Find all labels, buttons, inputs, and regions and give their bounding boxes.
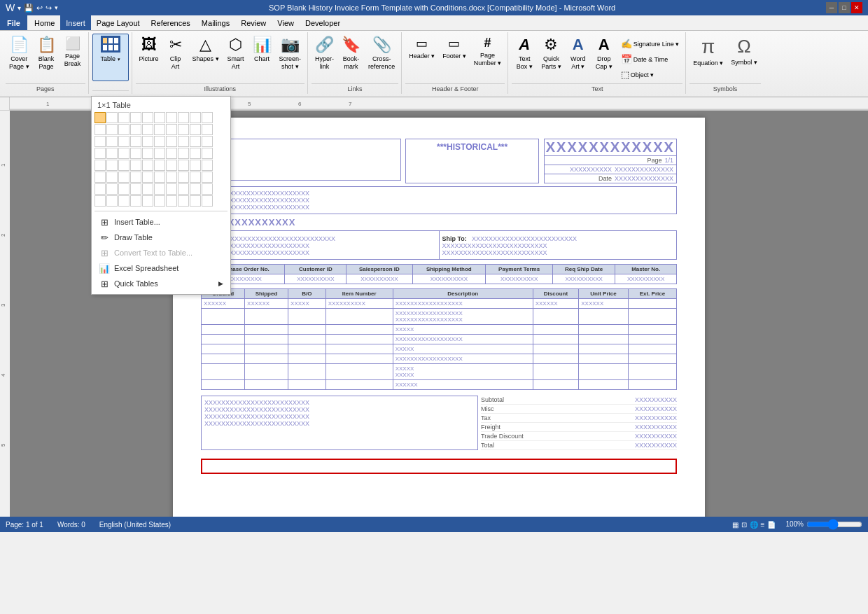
table-cell-3-9[interactable] — [190, 136, 201, 147]
table-cell-4-3[interactable] — [118, 148, 130, 159]
table-cell-7-10[interactable] — [202, 183, 213, 195]
date-time-button[interactable]: 📅 Date & Time — [617, 52, 683, 67]
table-cell-5-9[interactable] — [190, 160, 201, 171]
quick-undo-icon[interactable]: ↩ — [36, 4, 43, 13]
table-cell-3-8[interactable] — [178, 136, 189, 147]
table-cell-4-9[interactable] — [190, 148, 201, 159]
close-button[interactable]: ✕ — [851, 2, 862, 13]
table-cell-1-5[interactable] — [142, 112, 153, 123]
cross-reference-button[interactable]: 📎 Cross-reference — [365, 34, 398, 81]
table-cell-1-8[interactable] — [178, 112, 189, 123]
hyperlink-button[interactable]: 🔗 Hyper-link — [312, 34, 337, 81]
table-cell-5-3[interactable] — [118, 160, 130, 171]
table-cell-2-9[interactable] — [190, 124, 201, 135]
menu-file[interactable]: File — [0, 15, 27, 30]
restore-button[interactable]: □ — [839, 2, 850, 13]
table-cell-6-2[interactable] — [106, 172, 118, 183]
minimize-button[interactable]: ─ — [826, 2, 837, 13]
new-table-row[interactable] — [201, 459, 677, 474]
table-cell-7-1[interactable] — [94, 183, 106, 195]
table-cell-1-2[interactable] — [106, 112, 118, 123]
table-cell-4-7[interactable] — [166, 148, 177, 159]
table-cell-4-1[interactable] — [94, 148, 106, 159]
table-cell-7-7[interactable] — [166, 183, 177, 195]
table-cell-5-4[interactable] — [130, 160, 141, 171]
table-cell-4-8[interactable] — [178, 148, 189, 159]
quick-save-icon[interactable]: 💾 — [24, 4, 34, 13]
table-cell-1-4[interactable] — [130, 112, 141, 123]
table-cell-2-2[interactable] — [106, 124, 118, 135]
table-cell-2-3[interactable] — [118, 124, 130, 135]
table-cell-6-8[interactable] — [178, 172, 189, 183]
table-cell-1-3[interactable] — [118, 112, 130, 123]
shapes-button[interactable]: △ Shapes ▾ — [189, 34, 223, 81]
table-cell-3-7[interactable] — [166, 136, 177, 147]
table-cell-6-7[interactable] — [166, 172, 177, 183]
wordart-button[interactable]: A WordArt ▾ — [566, 34, 591, 81]
menu-page-layout[interactable]: Page Layout — [91, 15, 146, 30]
table-cell-7-8[interactable] — [178, 183, 189, 195]
table-cell-5-2[interactable] — [106, 160, 118, 171]
table-cell-2-6[interactable] — [154, 124, 165, 135]
table-cell-3-4[interactable] — [130, 136, 141, 147]
symbol-button[interactable]: Ω Symbol ▾ — [727, 34, 761, 81]
table-cell-6-3[interactable] — [118, 172, 130, 183]
page-break-button[interactable]: ⬜ PageBreak — [60, 34, 85, 81]
equation-button[interactable]: π Equation ▾ — [690, 34, 727, 81]
table-cell-3-10[interactable] — [202, 136, 213, 147]
table-cell-5-7[interactable] — [166, 160, 177, 171]
header-button[interactable]: ▭ Header ▾ — [405, 34, 438, 81]
view-web[interactable]: 🌐 — [750, 520, 758, 529]
view-full-screen[interactable]: ⊡ — [741, 520, 747, 529]
menu-view[interactable]: View — [272, 15, 300, 30]
table-cell-1-1[interactable] — [94, 112, 106, 123]
table-cell-4-5[interactable] — [142, 148, 153, 159]
page-number-button[interactable]: # PageNumber ▾ — [470, 34, 505, 81]
blank-page-button[interactable]: 📋 BlankPage — [34, 34, 59, 81]
table-cell-8-7[interactable] — [166, 195, 177, 207]
menu-mailings[interactable]: Mailings — [196, 15, 235, 30]
screenshot-button[interactable]: 📷 Screen-shot ▾ — [276, 34, 305, 81]
table-cell-1-9[interactable] — [190, 112, 201, 123]
table-cell-6-1[interactable] — [94, 172, 106, 183]
view-print-layout[interactable]: ▦ — [732, 520, 738, 529]
menu-references[interactable]: References — [146, 15, 196, 30]
table-cell-6-4[interactable] — [130, 172, 141, 183]
table-cell-2-5[interactable] — [142, 124, 153, 135]
table-button[interactable]: Table ▾ — [92, 34, 129, 81]
table-grid[interactable] — [94, 112, 227, 207]
table-cell-5-10[interactable] — [202, 160, 213, 171]
dropcap-button[interactable]: A DropCap ▾ — [592, 34, 617, 81]
table-cell-1-10[interactable] — [202, 112, 213, 123]
table-cell-8-1[interactable] — [94, 195, 106, 207]
table-cell-8-2[interactable] — [106, 195, 118, 207]
bookmark-button[interactable]: 🔖 Book-mark — [338, 34, 364, 81]
view-outline[interactable]: ≡ — [761, 520, 765, 529]
table-cell-7-4[interactable] — [130, 183, 141, 195]
table-cell-5-1[interactable] — [94, 160, 106, 171]
table-cell-7-6[interactable] — [154, 183, 165, 195]
table-cell-8-6[interactable] — [154, 195, 165, 207]
excel-spreadsheet-item[interactable]: 📊 Excel Spreadsheet — [94, 260, 227, 276]
table-cell-2-10[interactable] — [202, 124, 213, 135]
table-cell-3-5[interactable] — [142, 136, 153, 147]
draw-table-item[interactable]: ✏ Draw Table — [94, 230, 227, 245]
table-cell-5-5[interactable] — [142, 160, 153, 171]
smartart-button[interactable]: ⬡ SmartArt — [223, 34, 248, 81]
table-cell-3-1[interactable] — [94, 136, 106, 147]
table-cell-2-4[interactable] — [130, 124, 141, 135]
table-cell-3-2[interactable] — [106, 136, 118, 147]
object-button[interactable]: ⬚ Object ▾ — [617, 67, 683, 82]
table-cell-2-8[interactable] — [178, 124, 189, 135]
text-box-button[interactable]: A TextBox ▾ — [512, 34, 537, 81]
table-cell-4-10[interactable] — [202, 148, 213, 159]
table-cell-8-8[interactable] — [178, 195, 189, 207]
table-cell-6-6[interactable] — [154, 172, 165, 183]
menu-developer[interactable]: Developer — [300, 15, 346, 30]
table-cell-1-6[interactable] — [154, 112, 165, 123]
menu-review[interactable]: Review — [235, 15, 272, 30]
table-cell-5-6[interactable] — [154, 160, 165, 171]
table-cell-8-5[interactable] — [142, 195, 153, 207]
quick-parts-button[interactable]: ⚙ QuickParts ▾ — [538, 34, 565, 81]
table-cell-8-10[interactable] — [202, 195, 213, 207]
